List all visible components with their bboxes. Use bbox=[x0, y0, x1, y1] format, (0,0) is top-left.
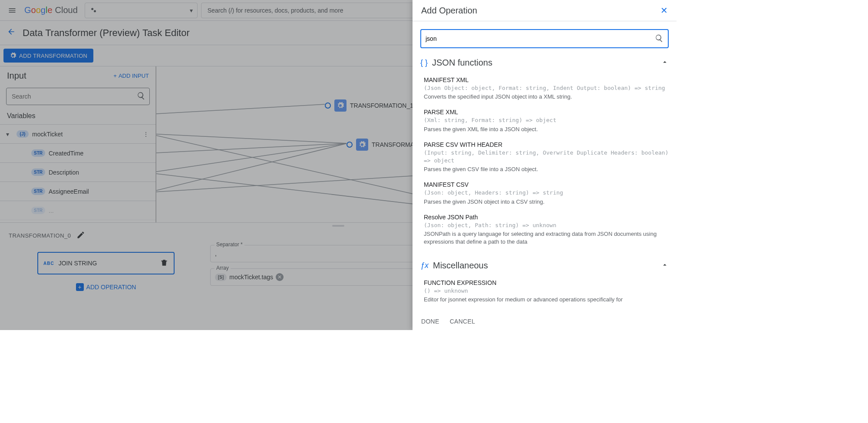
cancel-button[interactable]: CANCEL bbox=[450, 318, 475, 325]
search-icon bbox=[655, 34, 663, 44]
operation-group: { } JSON functions MANIFEST XML (Json Ob… bbox=[420, 56, 669, 250]
group-title: JSON functions bbox=[432, 58, 657, 68]
group-header-json[interactable]: { } JSON functions bbox=[420, 56, 669, 69]
group-title: Miscellaneous bbox=[433, 261, 657, 271]
operation-item[interactable]: PARSE XML (Xml: string, Format: string) … bbox=[424, 105, 669, 137]
operation-search bbox=[420, 29, 669, 48]
operation-item[interactable]: PARSE CSV WITH HEADER (Input: string, De… bbox=[424, 138, 669, 178]
json-icon: { } bbox=[420, 58, 428, 67]
drawer-title: Add Operation bbox=[421, 6, 477, 16]
operation-search-input[interactable] bbox=[426, 35, 655, 42]
operation-item[interactable]: MANIFEST CSV (Json: object, Headers: str… bbox=[424, 178, 669, 210]
operation-item[interactable]: MANIFEST XML (Json Object: object, Forma… bbox=[424, 73, 669, 105]
operation-group: ƒx Miscellaneous FUNCTION EXPRESSION () … bbox=[420, 259, 669, 308]
drawer-footer: DONE CANCEL bbox=[413, 313, 677, 330]
chevron-up-icon bbox=[661, 58, 669, 67]
add-operation-drawer: Add Operation ✕ { } JSON functions MANIF… bbox=[413, 0, 677, 330]
fx-icon: ƒx bbox=[420, 261, 429, 270]
group-header-misc[interactable]: ƒx Miscellaneous bbox=[420, 259, 669, 272]
close-icon[interactable]: ✕ bbox=[660, 5, 668, 16]
chevron-up-icon bbox=[661, 261, 669, 270]
operation-item[interactable]: Resolve JSON Path (Json: object, Path: s… bbox=[424, 210, 669, 251]
done-button[interactable]: DONE bbox=[421, 318, 439, 325]
operation-item[interactable]: FUNCTION EXPRESSION () => unknown Editor… bbox=[424, 276, 669, 308]
